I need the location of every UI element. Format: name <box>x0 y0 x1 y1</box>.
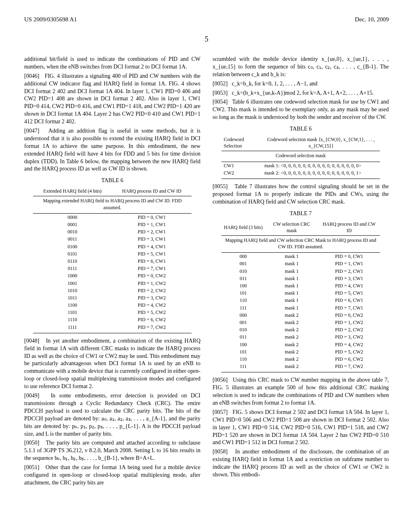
table-cell: PID = 4, CW1 <box>318 282 380 289</box>
table-cell: PID = 0, CW1 <box>318 253 380 260</box>
table6-header-1: HARQ process ID and CW ID <box>112 186 192 196</box>
table-cell: 010 <box>221 268 265 275</box>
table-cell: PID = 6, CW1 <box>112 258 192 265</box>
table-cell: PID = 4, CW2 <box>318 341 380 348</box>
para-text: c_k=b_k, for k=0, 1, 2, . . . , A−1, and <box>232 81 317 87</box>
table-row: 100mask 1PID = 4, CW1 <box>221 282 380 289</box>
table-row: 101mask 1PID = 5, CW1 <box>221 289 380 297</box>
table-cell: PID = 5, CW1 <box>318 289 380 297</box>
table-cell: PID = 1, CW1 <box>318 260 380 267</box>
para-text: In another embodiment of the disclosure,… <box>213 449 389 478</box>
table-cell: PID = 0, CW2 <box>112 272 192 279</box>
table-cell: 1101 <box>33 309 112 316</box>
table-cell: 110 <box>221 355 265 363</box>
para-text: Table 6 illustrates one codeword selecti… <box>213 99 389 120</box>
table-row: 0000PID = 0, CW1 <box>33 213 192 221</box>
table6-header-0: Extended HARQ field (4 bits) <box>33 186 112 196</box>
table-row: 0101PID = 5, CW1 <box>33 250 192 258</box>
table-cell: PID = 3, CW2 <box>318 333 380 341</box>
right-column: scrambled with the mobile device identit… <box>213 56 389 488</box>
table-cell: PID = 1, CW2 <box>318 319 380 326</box>
table-row: 001mask 1PID = 1, CW1 <box>221 260 380 267</box>
table-cell: 011 <box>221 275 265 282</box>
table-cell: mask 1 <box>265 253 318 260</box>
table-cell: 1011 <box>33 294 112 301</box>
table-cell: 0011 <box>33 235 112 243</box>
table-cell: mask 1 <box>265 304 318 312</box>
table-row: 1111PID = 7, CW2 <box>33 324 192 333</box>
paragraph-0049: [0049] In some embodiments, error detect… <box>24 392 200 438</box>
table6b-header-0: Codeword Selection <box>221 135 262 151</box>
page-header: US 2009/0305698 A1 Dec. 10, 2009 <box>24 16 389 23</box>
table-cell: mask 1 <box>265 289 318 297</box>
table-cell: PID = 4, CW2 <box>112 301 192 309</box>
table-cell: 100 <box>221 341 265 348</box>
para-text: Adding an addition flag is useful in som… <box>24 128 200 172</box>
table-row: 011mask 2PID = 3, CW2 <box>221 333 380 341</box>
para-label: [0055] <box>213 183 227 189</box>
table-row: 0100PID = 4, CW1 <box>33 243 192 250</box>
para-label: [0047] <box>24 128 39 134</box>
paragraph-0047: [0047] Adding an addition flag is useful… <box>24 127 200 173</box>
table7: Mapping HARQ field and CW selection CRC … <box>221 219 380 373</box>
table-cell: 0110 <box>33 258 112 265</box>
table6b-caption: TABLE 6 <box>213 125 389 133</box>
table-cell: 110 <box>221 297 265 304</box>
table-cell: PID = 6, CW2 <box>318 355 380 363</box>
table-cell: 001 <box>221 260 265 267</box>
table-row: 010mask 2PID = 2, CW2 <box>221 326 380 333</box>
table7-header-2: HARQ process ID and CW ID <box>318 219 380 236</box>
table-cell: 0101 <box>33 250 112 258</box>
table-cell: PID = 7, CW1 <box>112 265 192 272</box>
table-cell: PID = 2, CW1 <box>318 268 380 275</box>
table-row: 1010PID = 2, CW2 <box>33 287 192 294</box>
table6-caption: TABLE 6 <box>24 177 200 185</box>
table-cell: 0111 <box>33 265 112 272</box>
table-cell: PID = 5, CW2 <box>112 309 192 316</box>
para-label: [0051] <box>24 464 39 470</box>
content-columns: additional bit/field is used to indicate… <box>24 56 389 488</box>
table7-header-0: HARQ field (3 bits) <box>221 219 265 236</box>
table-row: 101mask 2PID = 5, CW2 <box>221 348 380 355</box>
table-cell: mask 1 <box>265 297 318 304</box>
paragraph-0053: [0053] c_k=(b_k+x_{ue,k-A})mod 2, for k=… <box>213 89 389 97</box>
table-cell: PID = 0, CW1 <box>112 213 192 221</box>
para-label: [0046] <box>24 73 39 79</box>
table-cell: 000 <box>221 312 265 319</box>
intro-paragraph-right: scrambled with the mobile device identit… <box>213 56 389 79</box>
table-row: 1100PID = 4, CW2 <box>33 301 192 309</box>
paragraph-0057: [0057] FIG. 5 shows DCI format 2 502 and… <box>213 409 389 447</box>
table-cell: 100 <box>221 282 265 289</box>
left-column: additional bit/field is used to indicate… <box>24 56 200 488</box>
table-row: 0111PID = 7, CW1 <box>33 265 192 272</box>
para-text: In some embodiments, error detection is … <box>24 393 200 436</box>
para-label: [0048] <box>24 338 39 344</box>
table-cell: 1111 <box>33 324 112 333</box>
table-cell: 000 <box>221 253 265 260</box>
table-cell: PID = 2, CW2 <box>112 287 192 294</box>
table-cell: 010 <box>221 326 265 333</box>
table-cell: mask 1 <box>265 268 318 275</box>
table-row: 100mask 2PID = 4, CW2 <box>221 341 380 348</box>
table-cell: 101 <box>221 289 265 297</box>
paragraph-0052: [0052] c_k=b_k, for k=0, 1, 2, . . . , A… <box>213 80 389 88</box>
table-row: 011mask 1PID = 3, CW1 <box>221 275 380 282</box>
table-cell: mask 1: <0, 0, 0, 0, 0, 0, 0, 0, 0, 0, 0… <box>262 162 380 169</box>
table-cell: 0100 <box>33 243 112 250</box>
table-cell: 1001 <box>33 280 112 287</box>
intro-paragraph: additional bit/field is used to indicate… <box>24 56 200 71</box>
table-cell: PID = 2, CW1 <box>112 228 192 235</box>
para-label: [0049] <box>24 393 39 399</box>
publication-number: US 2009/0305698 A1 <box>24 16 77 23</box>
table-row: 001mask 2PID = 1, CW2 <box>221 319 380 326</box>
para-text: FIG. 4 illustrates a signaling 400 of PI… <box>24 73 200 125</box>
table-row: 0001PID = 1, CW1 <box>33 221 192 228</box>
table-cell: mask 2 <box>265 363 318 372</box>
publication-date: Dec. 10, 2009 <box>355 16 389 23</box>
table-row: 110mask 2PID = 6, CW2 <box>221 355 380 363</box>
table-cell: 1100 <box>33 301 112 309</box>
table7-caption: TABLE 7 <box>213 210 389 218</box>
table-row: CW1mask 1: <0, 0, 0, 0, 0, 0, 0, 0, 0, 0… <box>221 162 380 169</box>
table-row: 000mask 1PID = 0, CW1 <box>221 253 380 260</box>
table-cell: PID = 5, CW1 <box>112 250 192 258</box>
